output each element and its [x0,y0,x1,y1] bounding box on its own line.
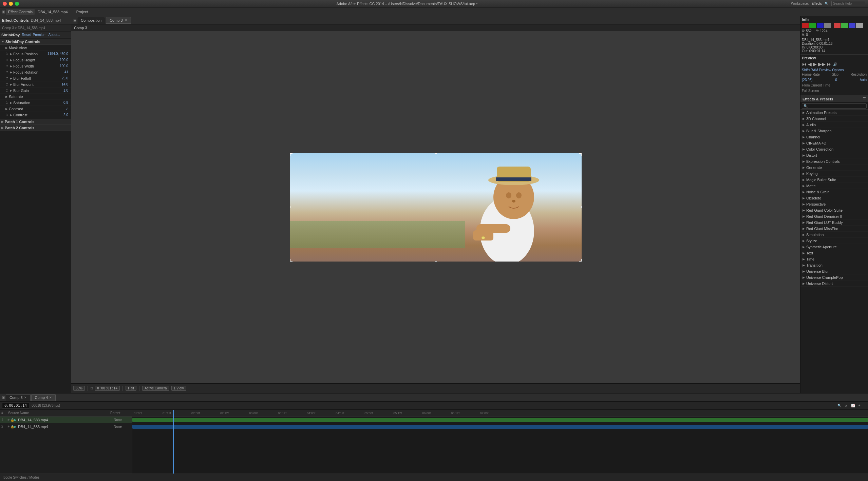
ep-item-matte[interactable]: ▶ Matte [800,183,868,189]
ep-item-time[interactable]: ▶ Time [800,256,868,262]
frame-rate-val[interactable]: (23.98) [802,77,813,83]
resolution-display[interactable]: Half [126,386,136,391]
stopwatch-icon[interactable]: ⏱ [5,101,8,104]
ep-item-noise-grain[interactable]: ▶ Noise & Grain [800,189,868,195]
stopwatch-icon[interactable]: ⏱ [5,58,8,62]
view-count-btn[interactable]: 1 View [171,386,186,391]
track-layer-1[interactable] [132,417,868,423]
tl-tool-arrow[interactable]: ↙ [844,404,849,407]
loop-btn[interactable]: 🔊 [833,62,837,66]
ep-item-obsolete[interactable]: ▶ Obsolete [800,195,868,201]
tab-close-icon[interactable]: ✕ [124,18,127,22]
layer-mode[interactable]: None [114,425,131,428]
stopwatch-icon[interactable]: ⏱ [5,83,8,86]
tl-timecode-display[interactable]: 0:00:01:14 [2,403,29,408]
effect-row-blur-gain[interactable]: ⏱ ▶ Blur Gain 1.0 [0,88,71,94]
ep-item-animation-presets[interactable]: ▶ Animation Presets [800,110,868,116]
handle-left[interactable] [290,206,290,208]
effect-row-contrast-check[interactable]: ▶ Contrast ✓ [0,106,71,112]
skip-val[interactable]: 0 [835,77,837,83]
patch2-header[interactable]: ▶ Patch 2 Controls [0,125,71,131]
ep-item-text[interactable]: ▶ Text [800,250,868,256]
tab-comp3[interactable]: Comp 3 ✕ [106,17,131,24]
stopwatch-icon[interactable]: ⏱ [5,113,8,117]
prop-value[interactable]: 0.8 [63,101,68,104]
tab-comp4-timeline[interactable]: Comp 4 ✕ [31,394,56,401]
project-tab[interactable]: Project [74,9,90,15]
effect-row-maskview[interactable]: ▶ Mask View [0,45,71,51]
effect-row-blur-falloff[interactable]: ⏱ ▶ Blur Falloff 25.0 [0,75,71,81]
handle-top[interactable] [435,153,437,154]
play-btn[interactable]: ▶ [813,61,817,67]
ram-preview-options[interactable]: Shift+RAM Preview Options [802,68,867,72]
stopwatch-icon[interactable]: ⏱ [5,71,8,74]
ep-item-expression-controls[interactable]: ▶ Expression Controls [800,158,868,165]
prop-value[interactable]: 100.0 [60,58,68,62]
ep-item-red-giant-denoiser[interactable]: ▶ Red Giant Denoiser II [800,213,868,219]
ep-item-color-correction[interactable]: ▶ Color Correction [800,146,868,152]
stopwatch-icon[interactable]: ⏱ [5,64,8,68]
prop-value[interactable]: ✓ [65,107,68,111]
prop-value[interactable]: 1.0 [63,89,68,92]
ep-item-universe-blur[interactable]: ▶ Universe Blur [800,268,868,274]
layer-lock-icon[interactable]: 🔒 [11,425,14,428]
search-input[interactable] [831,1,865,6]
last-frame-btn[interactable]: ⏭ [827,61,832,67]
zoom-level[interactable]: 50% [73,386,85,391]
tl-search-icon[interactable]: 🔍 [836,404,843,407]
ep-item-distort[interactable]: ▶ Distort [800,152,868,158]
timecode-display[interactable]: 0:00:01:14 [95,386,120,391]
layer-mode[interactable]: None [114,418,131,422]
stopwatch-icon[interactable]: ⏱ [5,77,8,80]
effect-controls-tab[interactable]: Effect Controls [6,9,35,15]
ep-menu-icon[interactable]: ☰ [863,97,866,101]
resolution-val[interactable]: Auto [860,77,867,83]
ep-item-red-giant-color[interactable]: ▶ Red Giant Color Suite [800,207,868,213]
reset-btn[interactable]: Reset [22,33,31,37]
ep-item-simulation[interactable]: ▶ Simulation [800,232,868,238]
prop-value[interactable]: 100.0 [60,64,68,68]
filename-tab[interactable]: DB4_14_583.mp4 [36,9,70,15]
ep-item-perspective[interactable]: ▶ Perspective [800,201,868,207]
tab-comp3-timeline[interactable]: Comp 3 ✕ [6,394,31,401]
stopwatch-icon[interactable]: ⏱ [5,89,8,92]
active-camera-btn[interactable]: Active Camera [142,386,169,391]
tl-tool-add[interactable]: + [857,404,862,407]
ep-item-audio[interactable]: ▶ Audio [800,122,868,128]
prop-value[interactable]: 41 [64,70,68,74]
layer-eye-icon[interactable]: 👁 [7,425,10,428]
toggle-switches-label[interactable]: Toggle Switches / Modes [2,476,40,479]
tl-tool-graph[interactable]: 📈 [850,404,856,407]
tab-close-icon[interactable]: ✕ [24,396,27,399]
about-btn[interactable]: About... [49,33,60,37]
layer-row-1[interactable]: 1 👁 🔒 ▶ DB4_14_583.mp4 None [0,417,132,423]
effect-row-saturation[interactable]: ⏱ ▶ Saturation 0.8 [0,100,71,106]
handle-right[interactable] [581,206,582,208]
first-frame-btn[interactable]: ⏮ [802,61,807,67]
premium-btn[interactable]: Premium [33,33,46,37]
ep-item-transition[interactable]: ▶ Transition [800,262,868,268]
layer-lock-icon[interactable]: 🔒 [11,418,14,422]
effect-row-saturate[interactable]: ▶ Saturate [0,94,71,100]
effect-row-contrast-val[interactable]: ⏱ ▶ Contrast 2.0 [0,112,71,118]
ep-item-cinema4d[interactable]: ▶ CINEMA 4D [800,140,868,146]
patch1-header[interactable]: ▶ Patch 1 Controls [0,119,71,125]
prop-value[interactable]: 2.0 [63,113,68,117]
ep-item-universe-distort[interactable]: ▶ Universe Distort [800,281,868,287]
ep-item-generate[interactable]: ▶ Generate [800,165,868,171]
effect-row-focus-rotation[interactable]: ⏱ ▶ Focus Rotation 41 [0,69,71,75]
prop-value[interactable]: 14.0 [62,82,68,86]
playhead[interactable] [173,410,174,474]
stopwatch-icon[interactable]: ⏱ [5,52,8,56]
ep-item-keying[interactable]: ▶ Keying [800,171,868,177]
tab-composition[interactable]: Composition [77,17,105,24]
prop-value[interactable]: 25.0 [62,76,68,80]
effect-row-focus-position[interactable]: ⏱ ▶ Focus Position 1194.0, 450.0 [0,51,71,57]
prop-value[interactable]: 1194.0, 450.0 [48,52,68,56]
tl-tool-subtract[interactable]: - [863,404,866,407]
ep-item-red-giant-missfire[interactable]: ▶ Red Giant MissFire [800,226,868,232]
effect-row-focus-height[interactable]: ⏱ ▶ Focus Height 100.0 [0,57,71,63]
effect-row-focus-width[interactable]: ⏱ ▶ Focus Width 100.0 [0,63,71,69]
layer-row-2[interactable]: 2 👁 🔒 ▶ DB4_14_583.mp4 None [0,423,132,430]
next-frame-btn[interactable]: ▶▶ [818,61,826,67]
